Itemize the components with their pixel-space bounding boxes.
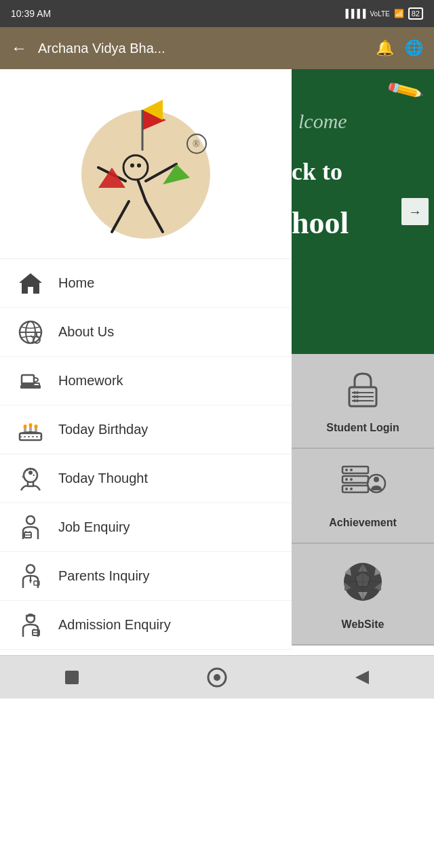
menu-job-label: Job Enquiry (58, 519, 130, 535)
app-header: ← Archana Vidya Bha... 🔔 🌐 (0, 27, 434, 69)
job-icon (14, 515, 47, 540)
bottom-navigation (0, 655, 434, 698)
menu-thought-label: Today Thought (58, 471, 148, 486)
menu-item-admission[interactable]: Admission Enquiry (0, 601, 292, 650)
drawer-menu: ® Home (0, 69, 292, 650)
menu-about-label: About Us (58, 324, 114, 340)
bottom-home-circle-button[interactable] (201, 661, 233, 694)
lte-icon: VoLTE (370, 10, 389, 18)
menu-admission-label: Admission Enquiry (58, 617, 171, 633)
svg-text:®: ® (193, 139, 200, 149)
menu-item-homework[interactable]: Homework (0, 357, 292, 406)
svg-point-30 (29, 423, 33, 427)
website-card[interactable]: WebSite (292, 544, 434, 646)
svg-point-31 (35, 425, 38, 429)
bottom-back-button[interactable] (347, 663, 377, 692)
achievement-icon (339, 463, 387, 511)
menu-birthday-label: Today Birthday (58, 422, 148, 437)
svg-marker-52 (29, 580, 32, 584)
back-button[interactable]: ← (11, 39, 27, 58)
notification-bell-icon[interactable]: 🔔 (376, 39, 394, 57)
logo-area: ® (0, 69, 292, 259)
thought-icon (14, 466, 47, 492)
svg-point-70 (353, 399, 356, 402)
status-time: 10:39 AM (11, 8, 51, 19)
svg-point-35 (28, 471, 33, 475)
svg-point-69 (356, 395, 359, 398)
menu-parents-label: Parents Inquiry (58, 568, 150, 584)
svg-point-71 (356, 399, 359, 402)
svg-point-44 (22, 475, 24, 477)
svg-point-7 (130, 163, 134, 167)
wifi-icon: 📶 (394, 9, 404, 18)
home-icon (14, 271, 47, 296)
achievement-card[interactable]: Achievement (292, 449, 434, 544)
header-actions: 🔔 🌐 (376, 39, 423, 57)
lock-icon (342, 368, 383, 416)
next-slide-button[interactable]: → (401, 198, 429, 225)
header-title: Archana Vidya Bha... (38, 41, 376, 56)
about-us-icon (14, 319, 47, 345)
menu-item-thought[interactable]: Today Thought (0, 454, 292, 503)
battery-icon: 82 (408, 7, 423, 20)
svg-point-77 (345, 478, 348, 481)
menu-item-job[interactable]: Job Enquiry (0, 503, 292, 552)
school-logo: ® (58, 76, 234, 252)
status-bar: 10:39 AM ▐▐▐▐ VoLTE 📶 82 (0, 0, 434, 27)
svg-point-76 (350, 469, 353, 471)
language-globe-icon[interactable]: 🌐 (405, 39, 423, 57)
menu-item-about-us[interactable]: About Us (0, 308, 292, 357)
welcome-text-line1: lcome (298, 110, 347, 133)
pencil-decoration: ✏️ (385, 71, 426, 111)
menu-home-label: Home (58, 275, 94, 291)
svg-point-79 (345, 488, 348, 490)
achievement-label: Achievement (329, 517, 397, 529)
admission-icon (14, 612, 47, 638)
homework-icon (14, 368, 47, 394)
menu-homework-label: Homework (58, 373, 123, 389)
svg-rect-32 (20, 433, 41, 440)
main-content: ® Home (0, 69, 434, 650)
menu-item-parents[interactable]: Parents Inquiry (0, 552, 292, 601)
svg-point-67 (356, 391, 359, 394)
svg-point-95 (214, 674, 220, 681)
svg-point-80 (350, 488, 353, 490)
svg-point-75 (345, 469, 348, 471)
status-right-icons: ▐▐▐▐ VoLTE 📶 82 (342, 7, 423, 20)
right-panel: ✏️ lcome ck to hool → (292, 69, 434, 646)
svg-point-78 (350, 478, 353, 481)
welcome-text-line3: hool (292, 205, 349, 241)
svg-marker-96 (355, 671, 369, 684)
svg-point-6 (123, 155, 148, 180)
website-label: WebSite (342, 618, 384, 631)
svg-rect-93 (65, 671, 79, 684)
svg-point-42 (24, 471, 26, 473)
birthday-icon (14, 417, 47, 443)
svg-marker-16 (19, 273, 42, 294)
parents-icon (14, 564, 47, 589)
svg-point-8 (137, 163, 141, 167)
svg-point-45 (26, 516, 35, 524)
welcome-banner: ✏️ lcome ck to hool → (292, 69, 434, 354)
svg-line-39 (27, 469, 28, 471)
signal-icon: ▐▐▐▐ (342, 9, 366, 18)
svg-point-50 (26, 565, 35, 573)
svg-point-82 (374, 477, 379, 482)
svg-point-43 (36, 471, 38, 473)
menu-item-home[interactable]: Home (0, 259, 292, 308)
menu-item-birthday[interactable]: Today Birthday (0, 406, 292, 454)
welcome-text-line2: ck to (292, 157, 342, 186)
svg-point-68 (353, 395, 356, 398)
svg-line-37 (33, 469, 35, 471)
website-icon (339, 558, 387, 613)
student-login-card[interactable]: Student Login (292, 354, 434, 449)
svg-point-66 (353, 391, 356, 394)
svg-line-38 (33, 475, 35, 476)
bottom-square-button[interactable] (57, 663, 87, 692)
student-login-label: Student Login (326, 422, 399, 434)
svg-point-29 (24, 425, 27, 429)
